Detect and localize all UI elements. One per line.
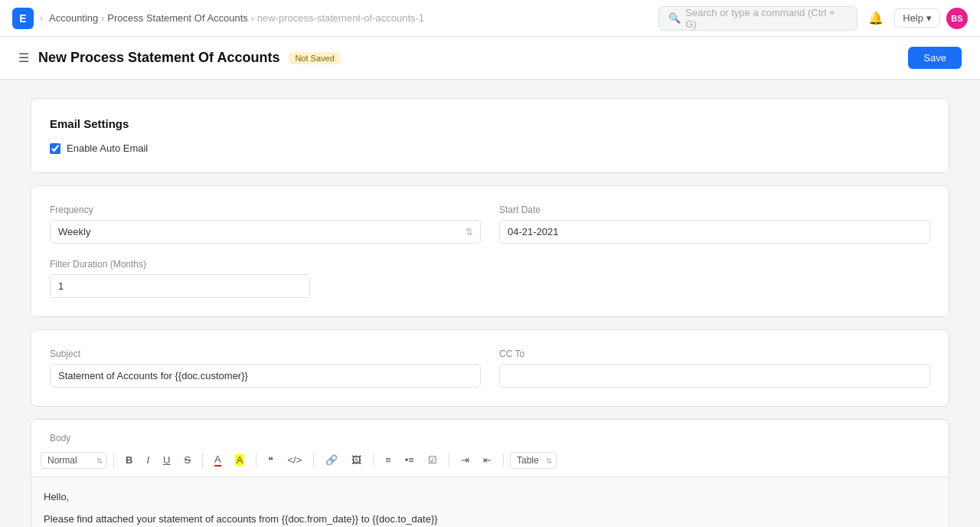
subject-card: Subject CC To	[31, 329, 949, 407]
filter-duration-row: Filter Duration (Months)	[50, 259, 930, 298]
frequency-select[interactable]: Daily Weekly Monthly	[50, 220, 481, 244]
menu-icon[interactable]: ☰	[18, 51, 29, 65]
blockquote-button[interactable]: ❝	[263, 450, 279, 470]
help-chevron-icon: ▾	[926, 12, 932, 24]
subject-row: Subject CC To	[50, 349, 930, 388]
breadcrumb-accounting[interactable]: Accounting	[49, 12, 98, 24]
breadcrumb-sep-2: ›	[101, 13, 104, 24]
italic-button[interactable]: I	[141, 450, 155, 470]
filter-duration-spacer	[328, 259, 930, 298]
search-bar[interactable]: 🔍 Search or type a command (Ctrl + G)	[658, 6, 858, 31]
enable-auto-email-checkbox[interactable]	[50, 143, 60, 154]
code-button[interactable]: </>	[282, 450, 307, 470]
not-saved-badge: Not Saved	[289, 52, 340, 64]
start-date-input[interactable]	[499, 220, 930, 244]
cc-to-group: CC To	[499, 349, 930, 388]
email-settings-title: Email Settings	[50, 117, 930, 130]
page-header: ☰ New Process Statement Of Accounts Not …	[0, 37, 980, 80]
help-label: Help	[903, 12, 923, 24]
search-icon: 🔍	[668, 12, 681, 24]
body-card: Body Normal Heading 1 Heading 2 Heading …	[31, 419, 949, 527]
toolbar-sep-6	[449, 453, 449, 467]
enable-auto-email-row: Enable Auto Email	[50, 142, 930, 154]
subject-input[interactable]	[50, 364, 481, 388]
font-color-button[interactable]: A	[209, 450, 227, 470]
body-line-1: Hello,	[44, 489, 936, 506]
app-icon: E	[12, 8, 34, 29]
link-button[interactable]: 🔗	[320, 450, 343, 470]
toolbar-sep-3	[256, 453, 256, 467]
frequency-row: Frequency Daily Weekly Monthly ⇅ Start D…	[50, 205, 930, 244]
table-select-wrapper: Table ⇅	[510, 452, 557, 469]
top-nav: E › Accounting › Process Statement Of Ac…	[0, 0, 980, 37]
notification-button[interactable]: 🔔	[864, 6, 888, 31]
ordered-list-button[interactable]: ≡	[380, 450, 397, 470]
breadcrumb-sep-1: ›	[40, 13, 43, 24]
unordered-list-button[interactable]: •≡	[400, 450, 420, 470]
image-button[interactable]: 🖼	[346, 450, 367, 470]
toolbar-sep-7	[503, 453, 504, 467]
table-select[interactable]: Table	[510, 452, 557, 469]
breadcrumb-sep-3: ›	[251, 13, 254, 24]
toolbar-sep-1	[113, 453, 114, 467]
toolbar-sep-5	[373, 453, 374, 467]
help-button[interactable]: Help ▾	[894, 8, 940, 28]
main-content: Email Settings Enable Auto Email Frequen…	[0, 80, 980, 527]
frequency-label: Frequency	[50, 205, 481, 215]
body-toolbar: Normal Heading 1 Heading 2 Heading 3 ⇅ B…	[31, 444, 949, 477]
page-title: New Process Statement Of Accounts	[38, 50, 279, 66]
highlight-button[interactable]: A	[230, 450, 250, 470]
body-line-2: Please find attached your statement of a…	[44, 512, 936, 527]
subject-label: Subject	[50, 349, 481, 359]
style-select[interactable]: Normal Heading 1 Heading 2 Heading 3	[41, 452, 107, 469]
search-placeholder: Search or type a command (Ctrl + G)	[685, 7, 848, 30]
task-list-button[interactable]: ☑	[423, 450, 443, 470]
breadcrumb: Accounting › Process Statement Of Accoun…	[49, 12, 424, 24]
email-settings-card: Email Settings Enable Auto Email	[31, 98, 949, 173]
underline-button[interactable]: U	[158, 450, 175, 470]
filter-duration-input[interactable]	[50, 274, 310, 298]
save-button[interactable]: Save	[908, 47, 962, 69]
start-date-group: Start Date	[499, 205, 930, 244]
enable-auto-email-label: Enable Auto Email	[67, 142, 148, 154]
breadcrumb-process-statement[interactable]: Process Statement Of Accounts	[107, 12, 248, 24]
toolbar-sep-2	[202, 453, 203, 467]
style-select-wrapper: Normal Heading 1 Heading 2 Heading 3 ⇅	[41, 452, 107, 469]
frequency-select-wrapper: Daily Weekly Monthly ⇅	[50, 220, 481, 244]
breadcrumb-current: new-process-statement-of-accounts-1	[257, 12, 424, 24]
user-avatar[interactable]: BS	[946, 8, 968, 29]
bold-button[interactable]: B	[120, 450, 138, 470]
filter-duration-label: Filter Duration (Months)	[50, 259, 310, 270]
toolbar-sep-4	[313, 453, 314, 467]
filter-duration-group: Filter Duration (Months)	[50, 259, 310, 298]
frequency-group: Frequency Daily Weekly Monthly ⇅	[50, 205, 481, 244]
cc-to-label: CC To	[499, 349, 930, 359]
frequency-card: Frequency Daily Weekly Monthly ⇅ Start D…	[31, 185, 949, 317]
start-date-label: Start Date	[499, 205, 930, 215]
body-content-area[interactable]: Hello, Please find attached your stateme…	[31, 477, 949, 527]
outdent-button[interactable]: ⇤	[478, 450, 497, 470]
body-label: Body	[50, 433, 70, 444]
cc-to-input[interactable]	[499, 364, 930, 388]
indent-button[interactable]: ⇥	[456, 450, 475, 470]
subject-group: Subject	[50, 349, 481, 388]
strikethrough-button[interactable]: S	[178, 450, 196, 470]
